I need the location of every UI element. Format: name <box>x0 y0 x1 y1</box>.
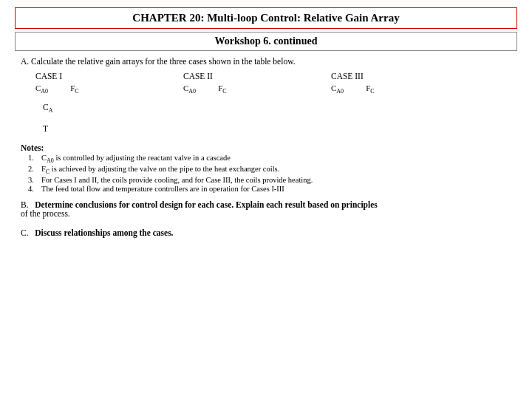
case-2-title: CASE II <box>183 72 331 81</box>
note-1: 1. CA0 is controlled by adjusting the re… <box>28 154 511 164</box>
notes-title: Notes: <box>21 143 511 152</box>
case-3-var-1: CA0 <box>331 83 344 95</box>
row-lines: CA T <box>43 100 511 136</box>
title-text: CHAPTER 20: Multi-loop Control: Relative… <box>132 12 399 24</box>
section-c-label: C. <box>21 228 29 237</box>
section-a-heading: A. Calculate the relative gain arrays fo… <box>21 57 511 66</box>
row-ca-text: CA <box>43 103 52 114</box>
section-b-bold: Determine conclusions for control design… <box>35 200 378 209</box>
subtitle-text: Workshop 6. continued <box>215 35 318 47</box>
row-t-text: T <box>43 124 48 133</box>
case-2-vars: CA0 FC <box>183 83 331 95</box>
note-1-text: CA0 is controlled by adjusting the react… <box>41 154 231 164</box>
section-b-cont: of the process. <box>21 209 70 218</box>
case-3-vars: CA0 FC <box>331 83 479 95</box>
cases-row: CASE I CA0 FC CASE II CA0 FC CASE III <box>35 72 511 95</box>
section-b-heading: Determine conclusions for control design… <box>35 200 378 209</box>
case-col-3: CASE III CA0 FC <box>331 72 479 95</box>
case-1-title: CASE I <box>35 72 183 81</box>
note-3: 3. For Cases I and II, the coils provide… <box>28 176 511 184</box>
case-1-var-1: CA0 <box>35 83 48 95</box>
case-3-var-2: FC <box>366 83 374 95</box>
page-container: CHAPTER 20: Multi-loop Control: Relative… <box>0 0 532 399</box>
case-1-vars: CA0 FC <box>35 83 183 95</box>
note-2: 2. FC is achieved by adjusting the valve… <box>28 165 511 175</box>
section-b-label: B. <box>21 200 29 209</box>
note-3-num: 3. <box>28 176 38 184</box>
case-col-1: CASE I CA0 FC <box>35 72 183 95</box>
note-2-text: FC is achieved by adjusting the valve on… <box>41 165 279 175</box>
section-c-heading: Discuss relationships among the cases. <box>35 228 173 237</box>
note-1-num: 1. <box>28 154 38 164</box>
case-3-title: CASE III <box>331 72 479 81</box>
section-c: C. Discuss relationships among the cases… <box>21 228 511 237</box>
notes-section: Notes: 1. CA0 is controlled by adjusting… <box>21 143 511 193</box>
section-a-text: A. Calculate the relative gain arrays fo… <box>21 57 296 66</box>
chapter-title: CHAPTER 20: Multi-loop Control: Relative… <box>15 7 517 29</box>
section-c-bold: Discuss relationships among the cases. <box>35 228 173 237</box>
case-2-var-1: CA0 <box>183 83 196 95</box>
note-3-text: For Cases I and II, the coils provide co… <box>41 176 313 184</box>
row-label-t: T <box>43 121 511 136</box>
section-b: B. Determine conclusions for control des… <box>21 200 511 218</box>
notes-list: 1. CA0 is controlled by adjusting the re… <box>28 154 511 193</box>
case-2-var-2: FC <box>218 83 226 95</box>
note-2-num: 2. <box>28 165 38 175</box>
note-4-text: The feed total flow and temperature cont… <box>41 185 284 193</box>
note-4: 4. The feed total flow and temperature c… <box>28 185 511 193</box>
case-1-var-2: FC <box>70 83 78 95</box>
note-4-num: 4. <box>28 185 38 193</box>
case-col-2: CASE II CA0 FC <box>183 72 331 95</box>
section-a: A. Calculate the relative gain arrays fo… <box>21 57 511 193</box>
workshop-subtitle: Workshop 6. continued <box>15 32 517 51</box>
content-area: A. Calculate the relative gain arrays fo… <box>15 57 517 237</box>
row-label-ca: CA <box>43 100 511 115</box>
